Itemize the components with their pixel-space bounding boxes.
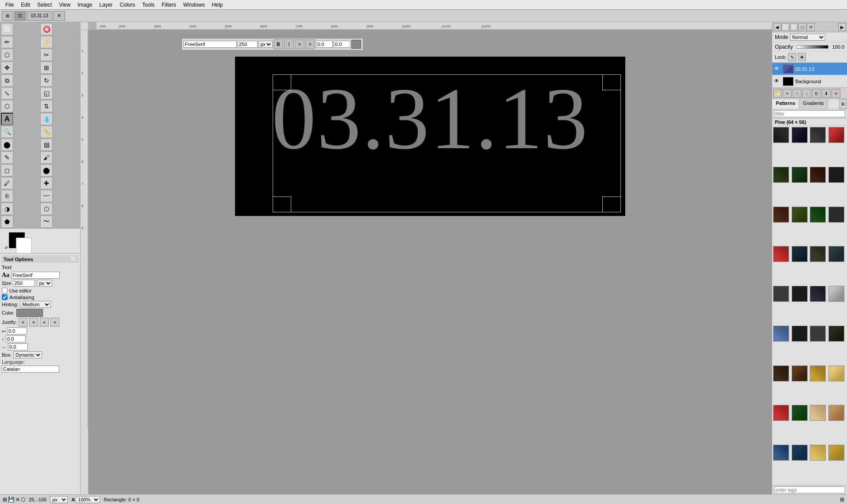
pattern-swatch[interactable] bbox=[810, 405, 826, 421]
pattern-swatch[interactable] bbox=[792, 405, 808, 421]
pattern-swatch[interactable] bbox=[828, 445, 844, 461]
tool-shear[interactable]: ◱ bbox=[40, 87, 53, 100]
tool-color-picker[interactable]: 💧 bbox=[40, 113, 53, 125]
pattern-swatch[interactable] bbox=[792, 246, 808, 262]
layer-item-bg[interactable]: 👁 Background bbox=[772, 75, 847, 88]
font-input[interactable] bbox=[11, 272, 60, 279]
pattern-swatch[interactable] bbox=[792, 365, 808, 381]
move-layer-up-btn[interactable]: ↑ bbox=[793, 89, 801, 98]
tool-free-select[interactable]: ✏ bbox=[1, 36, 13, 48]
menu-layer[interactable]: Layer bbox=[96, 1, 116, 9]
tt-bold-btn[interactable]: B bbox=[273, 39, 283, 49]
menu-view[interactable]: View bbox=[55, 1, 74, 9]
reset-colors-icon[interactable]: ↺ bbox=[4, 246, 8, 250]
antialiasing-checkbox[interactable] bbox=[2, 294, 8, 300]
tt-offset1-input[interactable] bbox=[316, 41, 333, 48]
tool-eraser[interactable]: ◻ bbox=[1, 164, 13, 177]
tool-paintbrush[interactable]: 🖌 bbox=[40, 151, 53, 164]
tool-gradient[interactable]: ▤ bbox=[40, 139, 53, 151]
merge-layer-btn[interactable]: ⬇ bbox=[822, 89, 831, 98]
tool-rotate[interactable]: ↻ bbox=[40, 74, 53, 87]
line-spacing-input[interactable] bbox=[6, 335, 26, 342]
tool-warp[interactable]: 〜 bbox=[40, 215, 53, 228]
background-color[interactable] bbox=[16, 238, 32, 254]
tool-paths[interactable]: ⬡ bbox=[40, 203, 53, 215]
tt-unit-select[interactable]: pxpt bbox=[258, 41, 273, 48]
tool-scissors[interactable]: ✂ bbox=[40, 49, 53, 61]
tool-perspective[interactable]: ⬡ bbox=[1, 100, 13, 112]
menu-filters[interactable]: Filters bbox=[158, 1, 180, 9]
pattern-swatch[interactable] bbox=[810, 445, 826, 461]
size-unit-select[interactable]: pxptmm bbox=[37, 280, 52, 287]
tool-cage[interactable]: ⬟ bbox=[1, 215, 13, 228]
lock-pixels-btn[interactable]: ✎ bbox=[788, 53, 796, 61]
tt-color-btn[interactable] bbox=[351, 40, 361, 49]
indent-input[interactable] bbox=[7, 327, 27, 335]
pattern-swatch[interactable] bbox=[810, 167, 826, 183]
patterns-tab[interactable]: Patterns bbox=[772, 99, 799, 109]
pattern-swatch[interactable] bbox=[773, 207, 789, 223]
pattern-swatch[interactable] bbox=[792, 326, 808, 342]
pattern-swatch[interactable] bbox=[773, 286, 789, 302]
tool-ellipse-select[interactable]: ⭕ bbox=[40, 23, 53, 35]
tool-flip[interactable]: ⇅ bbox=[40, 100, 53, 112]
pattern-swatch[interactable] bbox=[792, 167, 808, 183]
pattern-swatch[interactable] bbox=[773, 326, 789, 342]
use-editor-checkbox[interactable] bbox=[2, 288, 8, 293]
layer-bg-visibility-icon[interactable]: 👁 bbox=[774, 78, 781, 85]
tool-airbrush[interactable]: ⬤ bbox=[40, 164, 53, 177]
pattern-swatch[interactable] bbox=[773, 167, 789, 183]
menu-select[interactable]: Select bbox=[34, 1, 55, 9]
tool-smudge[interactable]: 〰 bbox=[40, 190, 53, 202]
pattern-swatch[interactable] bbox=[810, 365, 826, 381]
tool-by-color[interactable]: ⬡ bbox=[1, 49, 13, 61]
duplicate-layer-btn[interactable]: ⎘ bbox=[812, 89, 821, 98]
menu-image[interactable]: Image bbox=[74, 1, 96, 9]
menu-edit[interactable]: Edit bbox=[17, 1, 34, 9]
letter-spacing-input[interactable] bbox=[8, 343, 28, 350]
tags-input[interactable] bbox=[774, 486, 845, 493]
expand-icon[interactable]: ⊞ bbox=[840, 496, 844, 503]
swap-colors-icon[interactable]: ⇆ bbox=[21, 231, 25, 236]
delete-layer-btn[interactable]: ✕ bbox=[832, 89, 840, 98]
tt-font-input[interactable] bbox=[184, 41, 237, 48]
menu-file[interactable]: File bbox=[2, 1, 17, 9]
justify-left-btn[interactable]: ≡ bbox=[19, 318, 27, 327]
pattern-swatch[interactable] bbox=[773, 246, 789, 262]
pattern-swatch[interactable] bbox=[828, 286, 844, 302]
tool-crop[interactable]: ⧉ bbox=[1, 74, 13, 87]
menu-colors[interactable]: Colors bbox=[116, 1, 139, 9]
status-icon-2[interactable]: 💾 bbox=[8, 496, 15, 503]
tt-offset2-input[interactable] bbox=[334, 41, 350, 48]
menu-help[interactable]: Help bbox=[208, 1, 227, 9]
rp-layers-icon[interactable]: ⬜ bbox=[782, 23, 789, 31]
canvas-scroll[interactable]: 03.31.13 bbox=[89, 30, 772, 494]
create-new-layer-btn[interactable]: + bbox=[783, 89, 792, 98]
pattern-swatch[interactable] bbox=[792, 286, 808, 302]
tool-dodge-burn[interactable]: ◑ bbox=[1, 203, 13, 215]
toolbox-tab-3[interactable]: 03.31.13 bbox=[27, 11, 52, 21]
toolbox-tab-2[interactable]: ⊡ bbox=[14, 11, 26, 21]
tool-rect-select[interactable]: ⬜ bbox=[1, 23, 13, 35]
pattern-swatch[interactable] bbox=[828, 365, 844, 381]
box-select[interactable]: FixedDynamic bbox=[13, 351, 42, 358]
tt-align-left-btn[interactable]: ≡ bbox=[295, 39, 304, 49]
layer-item-0331[interactable]: 👁 03.31.13 bbox=[772, 63, 847, 75]
pattern-swatch[interactable] bbox=[792, 127, 808, 143]
tool-zoom[interactable]: 🔍 bbox=[1, 126, 13, 138]
tool-fuzzy-select[interactable]: ⚡ bbox=[40, 36, 53, 48]
patterns-filter-input[interactable] bbox=[774, 110, 845, 117]
justify-right-btn[interactable]: ≡ bbox=[40, 318, 49, 327]
zoom-select[interactable]: 100%50%200% bbox=[76, 496, 100, 503]
tool-options-expand[interactable]: ⬜ bbox=[70, 256, 77, 262]
tool-scale[interactable]: ⤡ bbox=[1, 87, 13, 100]
justify-fill-btn[interactable]: ≡ bbox=[50, 318, 59, 327]
pattern-swatch[interactable] bbox=[828, 207, 844, 223]
rp-undo-icon[interactable]: ↺ bbox=[807, 23, 815, 31]
menu-tools[interactable]: Tools bbox=[139, 1, 158, 9]
menu-windows[interactable]: Windows bbox=[180, 1, 208, 9]
rp-paths-icon[interactable]: ⬡ bbox=[798, 23, 806, 31]
tool-ink[interactable]: 🖊 bbox=[1, 177, 13, 189]
pattern-swatch[interactable] bbox=[792, 445, 808, 461]
pattern-swatch[interactable] bbox=[810, 127, 826, 143]
